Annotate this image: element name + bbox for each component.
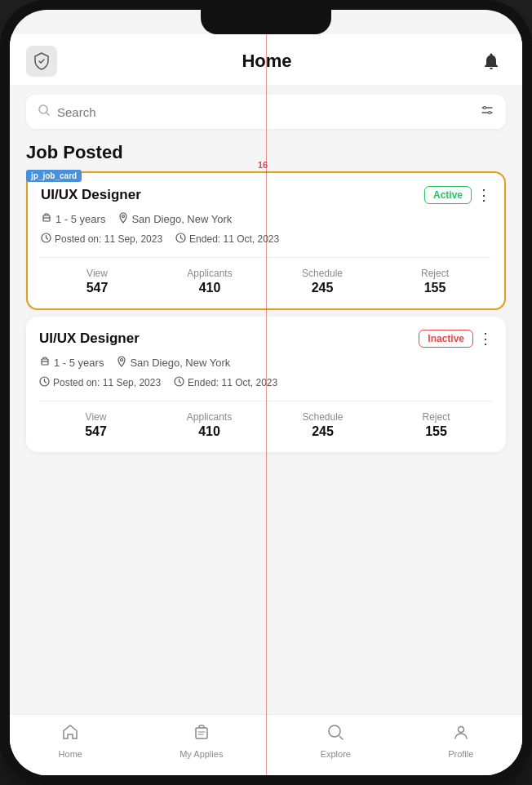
stat-schedule-inactive: Schedule 245 — [266, 411, 379, 439]
job-card-inactive-actions: Inactive ⋮ — [419, 330, 493, 348]
search-input[interactable] — [57, 105, 480, 119]
view-value-inactive: 547 — [39, 424, 153, 439]
ended-date-text-active: Ended: 11 Oct, 2023 — [189, 233, 279, 245]
briefcase-icon-inactive — [39, 356, 51, 370]
location-active: San Diego, New York — [118, 212, 232, 226]
posted-date-inactive: Posted on: 11 Sep, 2023 — [39, 376, 161, 389]
header: Home — [10, 34, 522, 85]
job-card-1-wrapper: jp_job_card 16 UI/UX Designer Active ⋮ — [10, 171, 522, 310]
job-card-2-wrapper: UI/UX Designer Inactive ⋮ — [10, 317, 522, 452]
job-stats-inactive: View 547 Applicants 410 Schedule 245 R — [39, 411, 493, 439]
job-card-inactive-header: UI/UX Designer Inactive ⋮ — [39, 330, 493, 348]
page-title: Home — [242, 51, 291, 72]
nav-item-my-applies[interactable]: My Applies — [180, 723, 223, 759]
job-card-active: UI/UX Designer Active ⋮ — [28, 173, 504, 308]
filter-icon[interactable] — [480, 103, 494, 121]
debug-count: 16 — [258, 160, 268, 170]
phone-frame: Home — [0, 0, 532, 785]
ended-date-inactive: Ended: 11 Oct, 2023 — [174, 376, 277, 389]
nav-item-profile[interactable]: Profile — [448, 723, 473, 759]
applicants-value-inactive: 410 — [153, 424, 266, 439]
svg-point-19 — [329, 725, 340, 737]
schedule-value-active: 245 — [266, 281, 379, 295]
logo — [26, 46, 57, 77]
stat-reject-inactive: Reject 155 — [379, 411, 493, 439]
clock-icon-posted-inactive — [39, 376, 50, 389]
more-options-inactive-icon[interactable]: ⋮ — [478, 330, 493, 348]
search-icon — [38, 104, 51, 120]
view-label-inactive: View — [39, 411, 153, 423]
screen-content: Home — [10, 34, 522, 775]
job-card-inactive: UI/UX Designer Inactive ⋮ — [26, 317, 506, 452]
job-meta-inactive: 1 - 5 years San Diego, New York — [39, 356, 493, 370]
schedule-value-inactive: 245 — [266, 424, 379, 439]
svg-line-20 — [339, 736, 343, 739]
job-card-active-header: UI/UX Designer Active ⋮ — [41, 186, 491, 204]
applicants-label-inactive: Applicants — [153, 411, 266, 423]
location-text-active: San Diego, New York — [131, 213, 232, 225]
home-nav-icon — [61, 723, 79, 746]
my-applies-nav-label: My Applies — [180, 749, 223, 759]
svg-point-8 — [122, 215, 125, 218]
job-stats-active: View 547 Applicants 410 Schedule 245 — [41, 268, 491, 295]
search-bar[interactable] — [26, 95, 506, 129]
svg-point-13 — [121, 359, 123, 361]
location-icon-active — [118, 212, 128, 226]
schedule-label-inactive: Schedule — [266, 411, 379, 423]
svg-rect-16 — [196, 728, 207, 738]
svg-point-4 — [484, 107, 486, 109]
svg-line-1 — [47, 113, 49, 115]
nav-item-home[interactable]: Home — [59, 723, 82, 759]
applicants-label-active: Applicants — [153, 268, 266, 279]
nav-item-explore[interactable]: Explore — [321, 723, 351, 759]
debug-border: UI/UX Designer Active ⋮ — [26, 171, 506, 310]
clock-icon-ended-inactive — [174, 376, 184, 389]
posted-date-text-active: Posted on: 11 Sep, 2023 — [55, 233, 162, 245]
my-applies-nav-icon — [193, 723, 211, 746]
reject-label-active: Reject — [379, 268, 491, 279]
status-badge-active: Active — [424, 186, 472, 204]
applicants-value-active: 410 — [153, 281, 266, 295]
notification-bell-icon[interactable] — [477, 47, 506, 76]
experience-inactive: 1 - 5 years — [39, 356, 104, 370]
status-badge-inactive: Inactive — [419, 330, 473, 348]
reject-value-active: 155 — [379, 281, 491, 295]
ended-date-active: Ended: 11 Oct, 2023 — [175, 233, 279, 246]
briefcase-icon — [41, 212, 52, 226]
svg-point-21 — [458, 727, 463, 733]
view-label-active: View — [41, 268, 153, 279]
phone-screen: Home — [10, 10, 522, 775]
clock-icon-ended-active — [175, 233, 186, 246]
schedule-label-active: Schedule — [266, 268, 379, 279]
stat-applicants-inactive: Applicants 410 — [153, 411, 266, 439]
card-divider-inactive — [39, 401, 493, 401]
profile-nav-icon — [452, 723, 470, 746]
experience-text-inactive: 1 - 5 years — [54, 357, 104, 369]
stat-schedule-active: Schedule 245 — [266, 268, 379, 295]
location-inactive: San Diego, New York — [117, 356, 230, 370]
job-card-active-actions: Active ⋮ — [424, 186, 491, 204]
posted-date-text-inactive: Posted on: 11 Sep, 2023 — [53, 377, 161, 388]
view-value-active: 547 — [41, 281, 153, 295]
profile-nav-label: Profile — [448, 749, 473, 759]
debug-label: jp_job_card — [26, 170, 82, 182]
bottom-nav: Home My Applies — [10, 714, 522, 775]
stat-view-inactive: View 547 — [39, 411, 153, 439]
more-options-active-icon[interactable]: ⋮ — [477, 186, 491, 204]
reject-value-inactive: 155 — [379, 424, 493, 439]
experience-active: 1 - 5 years — [41, 212, 105, 226]
card-divider-active — [41, 257, 491, 258]
clock-icon-posted-active — [41, 233, 51, 246]
job-dates-inactive: Posted on: 11 Sep, 2023 Ended: 11 Oct, 2… — [39, 376, 493, 389]
stat-view-active: View 547 — [41, 268, 153, 295]
notch — [201, 10, 331, 34]
explore-nav-icon — [326, 723, 344, 746]
stat-applicants-active: Applicants 410 — [153, 268, 266, 295]
explore-nav-label: Explore — [321, 749, 351, 759]
job-title-active: UI/UX Designer — [41, 187, 141, 203]
job-dates-active: Posted on: 11 Sep, 2023 Ended: 11 Oct, 2 — [41, 233, 491, 246]
svg-point-5 — [489, 112, 491, 114]
posted-date-active: Posted on: 11 Sep, 2023 — [41, 233, 162, 246]
experience-text-active: 1 - 5 years — [55, 213, 105, 225]
job-title-inactive: UI/UX Designer — [39, 330, 140, 347]
